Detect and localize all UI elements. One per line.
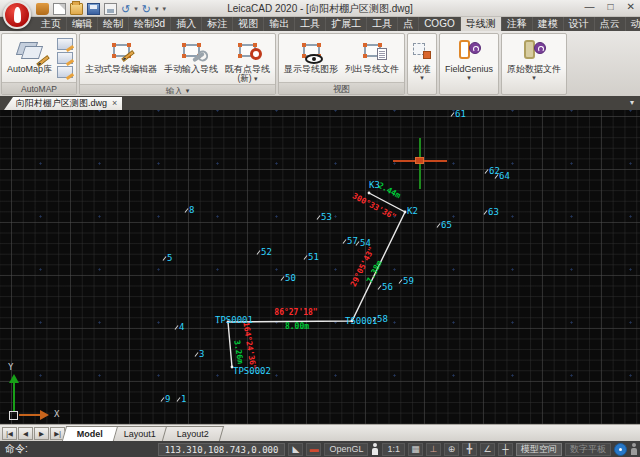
command-prompt[interactable]: 命令:: [2, 442, 155, 456]
maximize-button[interactable]: □: [608, 1, 614, 12]
automap-button-label: AutoMap库: [7, 64, 52, 74]
point-marker-icon: [175, 325, 179, 330]
raw-data-file-button[interactable]: 原始数据文件 ▾: [504, 35, 564, 93]
survey-point-65: 65: [438, 221, 452, 230]
save-icon[interactable]: [87, 3, 100, 15]
ribbon-tab-动画[interactable]: 动画: [626, 17, 640, 31]
document-tab-bar: 向阳村棚户区测图.dwg × ▾: [0, 96, 640, 110]
close-button[interactable]: ✕: [627, 1, 635, 12]
redo-icon[interactable]: ↻: [142, 3, 151, 15]
sheet-tab-model[interactable]: Model: [62, 426, 118, 441]
traverse-distance-label-2: 8.00m: [285, 323, 309, 331]
list-traverse-label: 列出导线文件: [345, 64, 399, 74]
list-traverse-file-button[interactable]: 列出导线文件: [342, 35, 402, 81]
coordinate-display[interactable]: 113.310,108.743,0.000: [158, 443, 286, 456]
survey-point-51: 51: [305, 253, 319, 262]
document-tab-close-icon[interactable]: ×: [112, 97, 117, 110]
manual-input-traverse-button[interactable]: 手动输入导线: [161, 35, 221, 83]
ribbon-tab-主页[interactable]: 主页: [36, 17, 67, 31]
ribbon-tab-点[interactable]: 点: [398, 17, 419, 31]
undo-icon[interactable]: ↺: [121, 3, 130, 15]
survey-point-3: 3: [196, 350, 204, 359]
automap-library-button[interactable]: AutoMap库: [4, 35, 55, 81]
survey-point-4: 4: [176, 323, 184, 332]
open-file-icon[interactable]: [70, 3, 83, 15]
ribbon-tab-工具[interactable]: 工具: [295, 17, 326, 31]
point-marker-icon: [343, 239, 347, 244]
sheet-tab-layout2[interactable]: Layout2: [162, 426, 224, 441]
ribbon-tab-COGO[interactable]: COGO: [419, 17, 461, 31]
redo-dropdown-icon[interactable]: ▾: [155, 3, 159, 15]
ribbon-tab-点云[interactable]: 点云: [595, 17, 626, 31]
ribbon-tab-扩展工[interactable]: 扩展工: [326, 17, 367, 31]
traverse-angle-label-2: 86°27'18": [274, 309, 317, 317]
point-marker-icon: [317, 215, 321, 220]
sheet-nav-first-icon[interactable]: |◀: [2, 427, 17, 440]
ribbon-tab-绘制3d[interactable]: 绘制3d: [129, 17, 171, 31]
point-marker-icon: [356, 241, 360, 246]
user-profile-icon[interactable]: [630, 443, 638, 455]
input-group-dropdown-icon: ▾: [186, 87, 190, 94]
person-presence-icon[interactable]: [371, 443, 379, 455]
survey-point-61: 61: [452, 110, 466, 119]
model-space-button[interactable]: 模型空间: [516, 443, 562, 456]
sheet-nav-next-icon[interactable]: ▶: [34, 427, 49, 440]
ribbon-tab-标注[interactable]: 标注: [202, 17, 233, 31]
digitizer-tablet-button[interactable]: 数字平板: [565, 443, 611, 456]
layout-tab-bar: |◀◀▶▶| ModelLayout1Layout2: [0, 424, 640, 441]
ribbon-tab-工具[interactable]: 工具: [367, 17, 398, 31]
otrack-icon[interactable]: ∠: [480, 443, 495, 456]
automap-layer2-icon[interactable]: [57, 52, 73, 64]
leica-flame-icon: [14, 7, 21, 23]
undo-dropdown-icon[interactable]: ▾: [134, 3, 138, 15]
osnap-icon[interactable]: ╋: [462, 443, 477, 456]
tab-overflow-icon[interactable]: ▾: [630, 98, 634, 107]
traverse-editor-button[interactable]: 主动式导线编辑器: [82, 35, 160, 83]
annotation-marker-icon[interactable]: ▬: [306, 443, 321, 456]
plot-icon[interactable]: [104, 3, 117, 15]
ribbon-tab-视图[interactable]: 视图: [233, 17, 264, 31]
polar-tracking-icon[interactable]: ⊕: [444, 443, 459, 456]
ortho-icon[interactable]: ⊥: [426, 443, 441, 456]
ribbon-tab-输出[interactable]: 输出: [264, 17, 295, 31]
existing-point-traverse-button[interactable]: 既有点导线 (新) ▾: [222, 35, 273, 83]
new-file-icon[interactable]: [53, 3, 66, 15]
show-traverse-label: 显示导线图形: [284, 64, 338, 74]
opengl-button[interactable]: OpenGL: [324, 443, 368, 456]
show-traverse-graphic-button[interactable]: 显示导线图形: [281, 35, 341, 81]
ribbon-group-fieldgenius: FieldGenius ▾: [439, 33, 499, 95]
survey-point-59: 59: [400, 277, 414, 286]
calibrate-button[interactable]: 校准 ▾: [410, 35, 434, 93]
point-marker-icon: [485, 169, 489, 174]
hatch-icon[interactable]: ▦: [408, 443, 423, 456]
fieldgenius-dropdown-icon: ▾: [467, 74, 471, 81]
qat-overflow-icon[interactable]: ▾: [162, 3, 166, 15]
annotation-scale-button[interactable]: 1:1: [382, 443, 405, 456]
ribbon-tab-设计[interactable]: 设计: [564, 17, 595, 31]
leica-tool-icon[interactable]: [36, 3, 49, 15]
app-logo-icon[interactable]: [3, 1, 31, 29]
document-tab[interactable]: 向阳村棚户区测图.dwg ×: [4, 97, 122, 110]
fieldgenius-button[interactable]: FieldGenius ▾: [442, 35, 496, 93]
ribbon-tab-建模[interactable]: 建模: [533, 17, 564, 31]
drafting-triangle-icon[interactable]: ◣: [288, 443, 303, 456]
ribbon-tab-编辑[interactable]: 编辑: [67, 17, 98, 31]
ribbon-tab-插入[interactable]: 插入: [171, 17, 202, 31]
sheet-nav-previous-icon[interactable]: ◀: [18, 427, 33, 440]
automap-layer1-icon[interactable]: [57, 38, 73, 50]
point-marker-icon: [257, 250, 261, 255]
ribbon-tab-导线测[interactable]: 导线测: [461, 17, 502, 31]
minimize-button[interactable]: —: [585, 1, 595, 12]
ribbon-tab-注释[interactable]: 注释: [502, 17, 533, 31]
manual-input-label: 手动输入导线: [164, 64, 218, 74]
settings-gear-icon[interactable]: [614, 443, 627, 456]
point-marker-icon: [161, 397, 165, 402]
input-group-label[interactable]: 输入▾: [80, 84, 275, 95]
survey-point-9: 9: [162, 395, 170, 404]
existing-point-icon: [239, 44, 256, 57]
automap-layer3-icon[interactable]: [57, 66, 73, 78]
crosshair-icon[interactable]: ┼: [498, 443, 513, 456]
drawing-canvas[interactable]: Y X 300°33'36"2.44m29°05'43"7.38m86°27'1…: [0, 110, 640, 424]
ribbon-tab-绘制[interactable]: 绘制: [98, 17, 129, 31]
station-label-K3: K3: [369, 181, 380, 190]
